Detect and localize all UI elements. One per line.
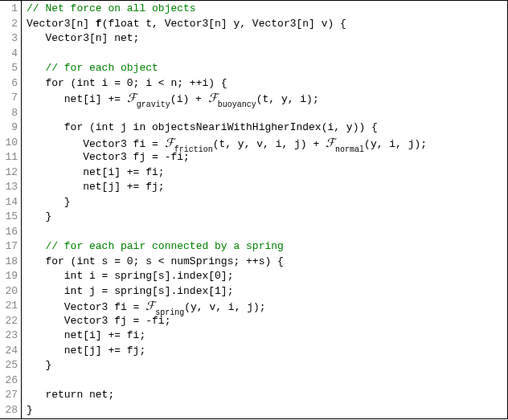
code-token: } xyxy=(27,210,51,222)
line-number: 11 xyxy=(0,150,18,165)
code-line: Vector3 fi = ℱspring(y, v, i, j); xyxy=(27,299,504,314)
code-token xyxy=(27,240,45,252)
code-line: } xyxy=(27,210,504,225)
code-line: Vector3[n] net; xyxy=(27,31,504,47)
code-token: Vector3[n] net; xyxy=(27,32,139,44)
code-token: net[i] += fi; xyxy=(27,329,145,341)
code-token: (t, y, i); xyxy=(256,93,319,105)
code-line: } xyxy=(27,403,504,418)
code-token: // for each pair connected by a spring xyxy=(45,240,283,252)
force-symbol: ℱnormal xyxy=(326,137,364,149)
force-subscript: buoyancy xyxy=(218,100,256,109)
code-line: net[i] += ℱgravity(i) + ℱbuoyancy(t, y, … xyxy=(27,91,504,106)
code-line: // for each pair connected by a spring xyxy=(27,239,504,255)
code-line: } xyxy=(27,195,504,210)
line-number: 19 xyxy=(0,269,18,284)
code-area: // Net force on all objectsVector3[n] f(… xyxy=(21,1,508,418)
code-line xyxy=(27,225,504,240)
code-token: // for each object xyxy=(45,62,158,74)
code-token: int j = spring[s].index[1]; xyxy=(27,285,233,297)
code-line: Vector3 fi = ℱfriction(t, y, v, i, j) + … xyxy=(27,136,504,151)
force-subscript: friction xyxy=(174,145,213,154)
code-token: Vector3 fi = xyxy=(27,138,165,150)
line-number: 3 xyxy=(0,31,18,47)
code-token: net[j] += fj; xyxy=(27,181,165,193)
line-number: 16 xyxy=(0,225,18,240)
line-number: 18 xyxy=(0,255,18,270)
line-number: 28 xyxy=(0,403,18,418)
code-token: for (int s = 0; s < numSprings; ++s) { xyxy=(27,255,284,267)
code-line: // for each object xyxy=(27,61,504,76)
force-symbol: ℱfriction xyxy=(165,137,213,149)
line-number: 14 xyxy=(0,195,18,210)
line-number: 5 xyxy=(0,61,18,76)
force-subscript: normal xyxy=(335,145,364,154)
code-listing: 1234567891011121314151617181920212223242… xyxy=(0,0,508,419)
line-number: 24 xyxy=(0,344,18,359)
code-token: } xyxy=(27,359,51,371)
line-number: 22 xyxy=(0,314,18,329)
code-token: net[i] += xyxy=(27,93,127,105)
code-token: (float t, Vector3[n] y, Vector3[n] v) { xyxy=(102,18,346,30)
line-number: 7 xyxy=(0,91,18,106)
force-symbol: ℱbuoyancy xyxy=(208,92,256,104)
code-token: return net; xyxy=(27,389,114,401)
line-number: 27 xyxy=(0,388,18,403)
code-token: Vector3 fj = -fi; xyxy=(27,151,190,163)
line-number: 26 xyxy=(0,373,18,389)
line-number: 23 xyxy=(0,328,18,344)
code-token: net[j] += fj; xyxy=(27,345,145,357)
code-token xyxy=(27,62,45,74)
code-line xyxy=(27,373,504,389)
line-number: 6 xyxy=(0,76,18,92)
code-token: Vector3 fj = -fi; xyxy=(27,315,170,327)
code-line: for (int j in objectsNeariWithHigherInde… xyxy=(27,120,504,136)
code-token: f xyxy=(96,18,102,30)
code-line xyxy=(27,106,504,121)
line-number: 1 xyxy=(0,2,18,17)
line-number: 17 xyxy=(0,239,18,255)
code-line: net[j] += fj; xyxy=(27,180,504,195)
line-number: 2 xyxy=(0,17,18,32)
code-line: for (int s = 0; s < numSprings; ++s) { xyxy=(27,255,504,270)
force-subscript: gravity xyxy=(137,100,170,109)
code-line: } xyxy=(27,358,504,373)
code-line: net[i] += fi; xyxy=(27,328,504,344)
code-line: return net; xyxy=(27,388,504,403)
code-token: Vector3 fi = xyxy=(27,301,145,313)
code-token: (i) + xyxy=(170,93,208,105)
code-token: for (int j in objectsNeariWithHigherInde… xyxy=(27,121,378,133)
code-token: for (int i = 0; i < n; ++i) { xyxy=(27,77,227,89)
code-line xyxy=(27,47,504,62)
code-line: int j = spring[s].index[1]; xyxy=(27,284,504,300)
code-token: net[i] += fi; xyxy=(27,166,165,178)
code-token: (y, i, j); xyxy=(364,138,427,150)
code-line: for (int i = 0; i < n; ++i) { xyxy=(27,76,504,92)
line-number: 9 xyxy=(0,120,18,136)
code-line: net[j] += fj; xyxy=(27,344,504,359)
code-line: Vector3 fj = -fi; xyxy=(27,314,504,329)
code-token: } xyxy=(27,404,33,416)
line-number-gutter: 1234567891011121314151617181920212223242… xyxy=(0,1,21,418)
force-symbol: ℱgravity xyxy=(127,92,170,104)
code-line: net[i] += fi; xyxy=(27,165,504,181)
code-token: } xyxy=(27,196,71,208)
line-number: 15 xyxy=(0,210,18,225)
code-token: Vector3[n] xyxy=(27,18,96,30)
code-token: (t, y, v, i, j) + xyxy=(213,138,326,150)
code-line: Vector3 fj = -fi; xyxy=(27,150,504,165)
code-line: // Net force on all objects xyxy=(27,2,504,17)
line-number: 21 xyxy=(0,299,18,314)
code-token: int i = spring[s].index[0]; xyxy=(27,270,233,282)
line-number: 20 xyxy=(0,284,18,300)
code-token: (y, v, i, j); xyxy=(184,301,265,313)
line-number: 4 xyxy=(0,47,18,62)
code-token: // Net force on all objects xyxy=(27,2,196,14)
line-number: 8 xyxy=(0,106,18,121)
code-line: int i = spring[s].index[0]; xyxy=(27,269,504,284)
line-number: 13 xyxy=(0,180,18,195)
line-number: 10 xyxy=(0,136,18,151)
line-number: 25 xyxy=(0,358,18,373)
line-number: 12 xyxy=(0,165,18,181)
force-symbol: ℱspring xyxy=(145,300,184,312)
